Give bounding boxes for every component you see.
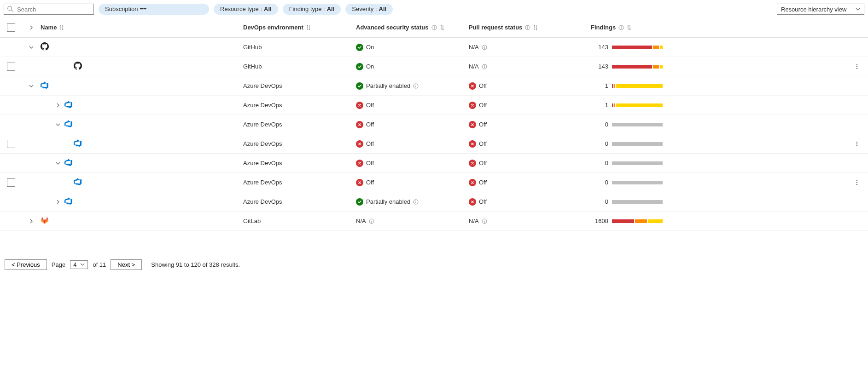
col-adv-label: Advanced security status [356,24,429,31]
filter-subscription[interactable]: Subscription == [99,4,209,15]
expand-toggle[interactable] [29,218,34,224]
table-row[interactable]: Azure DevOpsOffOff0 [0,154,868,173]
expand-toggle[interactable] [55,103,61,108]
info-icon [369,218,374,224]
status-label: Off [479,140,487,147]
devops-env-value: Azure DevOps [243,82,282,89]
findings-bar [612,219,663,223]
table-row[interactable]: Azure DevOpsPartially enabled Off1 [0,76,868,96]
filter-finding-type-label: Finding type : [289,5,325,13]
expand-toggle[interactable] [29,83,34,89]
filter-severity[interactable]: Severity : All [345,4,393,15]
row-overflow-menu[interactable] [854,141,860,147]
filter-finding-type-value: All [327,5,335,13]
status-label: Off [366,121,374,128]
findings-cell: 1608 [582,218,846,224]
x-circle-icon [469,198,476,206]
findings-count: 143 [591,44,608,51]
findings-cell: 143 [582,63,846,70]
svg-point-18 [856,66,857,67]
adv-security-cell: Off [356,140,469,148]
adv-security-cell: Partially enabled [356,82,469,90]
table-row[interactable]: Azure DevOpsOffOff0 [0,134,868,154]
svg-line-1 [12,10,13,11]
filter-finding-type[interactable]: Finding type : All [283,4,341,15]
sort-icon [59,25,64,30]
findings-count: 1 [591,102,608,109]
search-input[interactable] [16,6,91,13]
filter-resource-type-label: Resource type : [220,5,262,13]
table-row[interactable]: Azure DevOpsOffOff1 [0,96,868,115]
table-row[interactable]: Azure DevOpsOffOff0 [0,115,868,134]
column-header-pr-status[interactable]: Pull request status [469,24,582,31]
svg-point-25 [856,145,857,146]
info-icon [482,64,487,69]
col-findings-label: Findings [591,24,616,31]
github-icon [41,42,49,52]
row-overflow-menu[interactable] [854,63,860,70]
x-circle-icon [469,82,476,90]
row-checkbox[interactable] [7,178,15,187]
page-select[interactable]: 4 [70,260,88,269]
table-row[interactable]: GitHubOnN/A 143 [0,38,868,57]
expand-all-toggle[interactable] [29,25,34,30]
results-table: Name DevOps environment Advanced securit… [0,17,868,231]
status-label: Off [479,82,487,89]
adv-security-cell: On [356,44,469,51]
next-button[interactable]: Next > [111,259,142,270]
x-circle-icon [356,121,363,128]
column-header-adv-security[interactable]: Advanced security status [356,24,469,31]
row-checkbox[interactable] [7,140,15,148]
select-all-checkbox[interactable] [7,23,15,32]
x-circle-icon [356,140,363,148]
expand-toggle[interactable] [55,161,61,166]
column-header-devops-env[interactable]: DevOps environment [243,24,356,31]
status-label: N/A [469,63,479,70]
column-header-findings[interactable]: Findings [582,24,846,31]
info-icon [413,83,419,89]
status-label: Off [479,198,487,205]
status-label: Off [366,160,374,166]
adv-security-cell: Off [356,121,469,128]
prev-button[interactable]: < Previous [5,259,47,270]
row-checkbox[interactable] [7,63,15,71]
col-pr-label: Pull request status [469,24,522,31]
ado-icon [64,158,73,168]
filter-severity-label: Severity : [352,5,377,13]
page-of-label: of 11 [93,261,106,268]
table-row[interactable]: Azure DevOpsPartially enabled Off0 [0,192,868,212]
findings-cell: 0 [582,198,846,205]
findings-cell: 0 [582,121,846,128]
check-circle-icon [356,82,363,90]
ado-icon [64,100,73,110]
table-row[interactable]: Azure DevOpsOffOff0 [0,173,868,192]
column-header-name[interactable]: Name [41,24,243,31]
status-label: Off [366,179,374,186]
col-env-label: DevOps environment [243,24,303,31]
status-label: Off [479,160,487,166]
pr-status-cell: N/A [469,44,582,51]
status-label: N/A [469,44,479,51]
findings-cell: 0 [582,140,846,147]
row-overflow-menu[interactable] [854,179,860,186]
search-field[interactable] [4,4,94,15]
table-row[interactable]: GitHubOnN/A 143 [0,57,868,76]
svg-point-19 [856,68,857,69]
pr-status-cell: Off [469,198,582,206]
status-label: Off [479,179,487,186]
filter-resource-type[interactable]: Resource type : All [214,4,278,15]
sort-icon [627,25,631,30]
page-label: Page [52,261,65,268]
expand-toggle[interactable] [55,199,61,205]
table-row[interactable]: GitLabN/A N/A 1608 [0,212,868,231]
expand-toggle[interactable] [55,122,61,127]
pr-status-cell: Off [469,140,582,148]
sort-icon [440,25,444,30]
svg-point-26 [856,180,857,181]
results-summary: Showing 91 to 120 of 328 results. [151,261,240,268]
devops-env-value: GitLab [243,218,261,224]
x-circle-icon [469,121,476,128]
view-selector[interactable]: Resource hierarchy view [777,4,864,15]
expand-toggle[interactable] [29,45,34,50]
pr-status-cell: N/A [469,63,582,70]
